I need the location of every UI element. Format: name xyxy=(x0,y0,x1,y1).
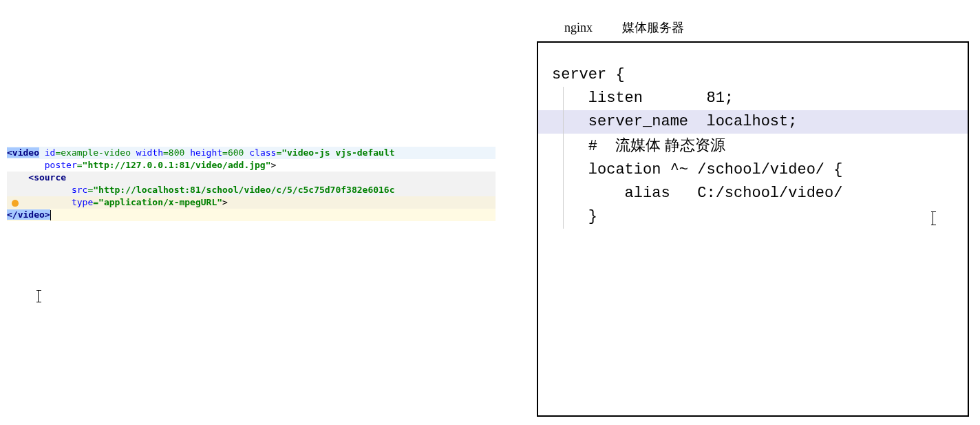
text-caret-icon xyxy=(50,210,51,220)
nginx-line-listen[interactable]: listen 81; xyxy=(538,87,968,110)
code-line-4[interactable]: src="http://localhost:81/school/video/c/… xyxy=(7,184,496,196)
nginx-line-location[interactable]: location ^~ /school/video/ { xyxy=(538,158,968,182)
html-code-block[interactable]: <video id=example-video width=800 height… xyxy=(7,147,496,221)
tag-video-open: <video xyxy=(7,147,39,158)
code-line-5[interactable]: type="application/x-mpegURL"> xyxy=(7,196,496,209)
text-cursor-icon xyxy=(933,211,933,225)
label-nginx: nginx xyxy=(564,21,593,34)
nginx-code-block[interactable]: server { listen 81; server_name localhos… xyxy=(538,63,968,229)
code-line-6[interactable]: </video> xyxy=(7,209,496,221)
code-line-3[interactable]: <source xyxy=(7,172,496,184)
code-line-1[interactable]: <video id=example-video width=800 height… xyxy=(7,147,496,159)
nginx-line-servername[interactable]: server_name localhost; xyxy=(538,110,968,134)
nginx-line-server[interactable]: server { xyxy=(538,63,968,87)
nginx-line-comment[interactable]: # 流媒体 静态资源 xyxy=(538,134,968,158)
text-cursor-icon xyxy=(38,290,39,302)
right-nginx-panel: nginx 媒体服务器 server { listen 81; server_n… xyxy=(537,19,977,417)
right-panel-labels: nginx 媒体服务器 xyxy=(537,19,977,36)
left-code-editor: <video id=example-video width=800 height… xyxy=(0,0,496,425)
nginx-config-box[interactable]: server { listen 81; server_name localhos… xyxy=(537,41,969,417)
nginx-line-closebrace[interactable]: } xyxy=(538,205,968,229)
code-line-2[interactable]: poster="http://127.0.0.1:81/video/add.jp… xyxy=(7,159,496,172)
lightbulb-icon[interactable] xyxy=(5,196,14,206)
label-media-server: 媒体服务器 xyxy=(622,21,684,34)
nginx-line-alias[interactable]: alias C:/school/video/ xyxy=(538,182,968,205)
